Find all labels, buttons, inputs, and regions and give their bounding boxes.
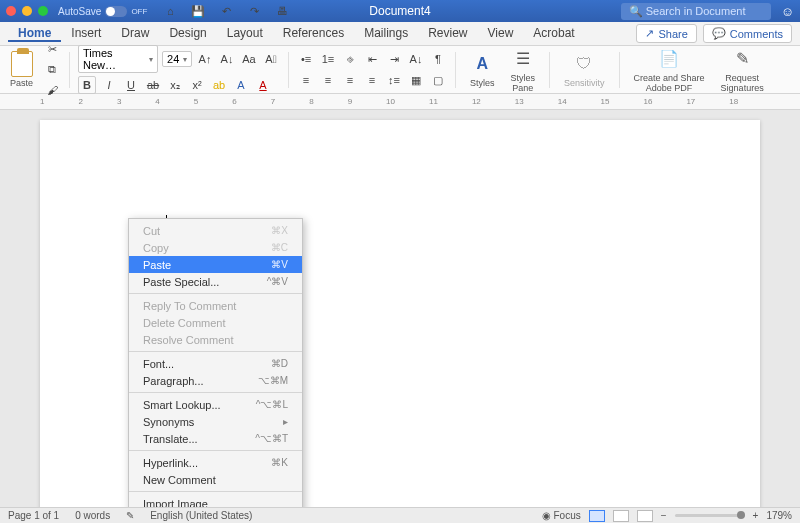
tab-review[interactable]: Review [418,26,477,40]
align-center-icon[interactable]: ≡ [319,71,337,89]
print-layout-view[interactable] [589,510,605,522]
title-bar: AutoSave OFF ⌂ 💾 ↶ ↷ 🖶 Document4 🔍 Searc… [0,0,800,22]
format-painter-icon[interactable]: 🖌 [43,81,61,99]
autosave-state: OFF [131,7,147,16]
show-marks-icon[interactable]: ¶ [429,50,447,68]
word-count[interactable]: 0 words [75,510,110,521]
undo-icon[interactable]: ↶ [217,2,235,20]
strike-button[interactable]: ab [144,76,162,94]
font-size-combo[interactable]: 24 [162,51,192,67]
underline-button[interactable]: U [122,76,140,94]
home-icon[interactable]: ⌂ [161,2,179,20]
comments-button[interactable]: 💬 Comments [703,24,792,43]
clipboard-icon [11,51,33,77]
window-controls[interactable] [6,6,48,16]
bold-button[interactable]: B [78,76,96,94]
sensitivity-button: 🛡Sensitivity [558,52,611,88]
quick-access-toolbar: ⌂ 💾 ↶ ↷ 🖶 [161,2,291,20]
zoom-out-button[interactable]: − [661,510,667,521]
styles-pane-button[interactable]: ☰Styles Pane [505,47,542,93]
bullets-icon[interactable]: •≡ [297,50,315,68]
tab-insert[interactable]: Insert [61,26,111,40]
share-button[interactable]: ↗ Share [636,24,696,43]
redo-icon[interactable]: ↷ [245,2,263,20]
multilevel-icon[interactable]: ⎆ [341,50,359,68]
ctx-smart-lookup-[interactable]: Smart Lookup...^⌥⌘L [129,396,302,413]
horizontal-ruler[interactable]: 123456789101112131415161718 [0,94,800,110]
styles-a-icon: A [470,52,494,76]
print-icon[interactable]: 🖶 [273,2,291,20]
align-right-icon[interactable]: ≡ [341,71,359,89]
text-effects-icon[interactable]: A [232,76,250,94]
tab-home[interactable]: Home [8,26,61,42]
tab-acrobat[interactable]: Acrobat [523,26,584,40]
ctx-reply-to-comment: Reply To Comment [129,297,302,314]
italic-button[interactable]: I [100,76,118,94]
tab-layout[interactable]: Layout [217,26,273,40]
ctx-translate-[interactable]: Translate...^⌥⌘T [129,430,302,447]
align-left-icon[interactable]: ≡ [297,71,315,89]
language-indicator[interactable]: English (United States) [150,510,252,521]
sensitivity-icon: 🛡 [572,52,596,76]
line-spacing-icon[interactable]: ↕≡ [385,71,403,89]
pdf-icon: 📄 [657,47,681,71]
ctx-synonyms[interactable]: Synonyms▸ [129,413,302,430]
shrink-font-icon[interactable]: A↓ [218,50,236,68]
save-icon[interactable]: 💾 [189,2,207,20]
highlight-button[interactable]: ab [210,76,228,94]
paragraph-group: •≡ 1≡ ⎆ ⇤ ⇥ A↓ ¶ ≡ ≡ ≡ ≡ ↕≡ ▦ ▢ [297,50,447,89]
sort-icon[interactable]: A↓ [407,50,425,68]
increase-indent-icon[interactable]: ⇥ [385,50,403,68]
feedback-icon[interactable]: ☺ [781,4,794,19]
focus-mode-button[interactable]: ◉ Focus [542,510,581,521]
numbering-icon[interactable]: 1≡ [319,50,337,68]
zoom-in-button[interactable]: + [753,510,759,521]
ctx-hyperlink-[interactable]: Hyperlink...⌘K [129,454,302,471]
tab-design[interactable]: Design [159,26,216,40]
tab-draw[interactable]: Draw [111,26,159,40]
ctx-font-[interactable]: Font...⌘D [129,355,302,372]
tab-references[interactable]: References [273,26,354,40]
page-indicator[interactable]: Page 1 of 1 [8,510,59,521]
ctx-paste-special-[interactable]: Paste Special...^⌘V [129,273,302,290]
context-menu: Cut⌘XCopy⌘CPaste⌘VPaste Special...^⌘VRep… [128,218,303,523]
styles-pane-icon: ☰ [511,47,535,71]
justify-icon[interactable]: ≡ [363,71,381,89]
status-bar: Page 1 of 1 0 words ✎ English (United St… [0,507,800,523]
copy-icon[interactable]: ⧉ [43,61,61,79]
ctx-new-comment[interactable]: New Comment [129,471,302,488]
decrease-indent-icon[interactable]: ⇤ [363,50,381,68]
tab-mailings[interactable]: Mailings [354,26,418,40]
request-signatures-button[interactable]: ✎Request Signatures [715,47,770,93]
switch-icon[interactable] [105,6,127,17]
superscript-button[interactable]: x² [188,76,206,94]
font-name-combo[interactable]: Times New… [78,45,158,73]
ctx-paste[interactable]: Paste⌘V [129,256,302,273]
borders-icon[interactable]: ▢ [429,71,447,89]
autosave-toggle[interactable]: AutoSave OFF [58,6,147,17]
ctx-cut: Cut⌘X [129,222,302,239]
zoom-level[interactable]: 179% [766,510,792,521]
create-pdf-button[interactable]: 📄Create and Share Adobe PDF [628,47,711,93]
search-input[interactable]: 🔍 Search in Document [621,3,771,20]
ctx-resolve-comment: Resolve Comment [129,331,302,348]
tab-view[interactable]: View [478,26,524,40]
zoom-slider[interactable] [675,514,745,517]
ctx-copy: Copy⌘C [129,239,302,256]
web-layout-view[interactable] [613,510,629,522]
subscript-button[interactable]: x₂ [166,76,184,94]
change-case-icon[interactable]: Aa [240,50,258,68]
clear-format-icon[interactable]: A⃠ [262,50,280,68]
ribbon-tabs: HomeInsertDrawDesignLayoutReferencesMail… [0,22,800,46]
shading-icon[interactable]: ▦ [407,71,425,89]
font-color-button[interactable]: A [254,76,272,94]
ribbon: Paste ✂ ⧉ 🖌 Times New… 24 A↑ A↓ Aa A⃠ B … [0,46,800,94]
paste-button[interactable]: Paste [6,51,37,88]
outline-view[interactable] [637,510,653,522]
cut-icon[interactable]: ✂ [43,41,61,59]
styles-gallery[interactable]: AStyles [464,52,501,88]
ctx-paragraph-[interactable]: Paragraph...⌥⌘M [129,372,302,389]
document-title: Document4 [369,4,430,18]
grow-font-icon[interactable]: A↑ [196,50,214,68]
spellcheck-icon[interactable]: ✎ [126,510,134,521]
